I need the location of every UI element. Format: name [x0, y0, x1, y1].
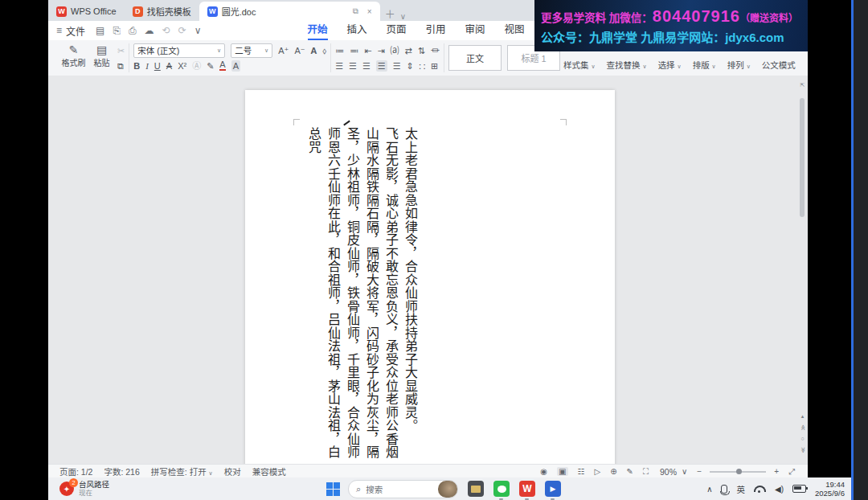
word-count[interactable]: 字数: 216 [104, 465, 139, 477]
select-button[interactable]: 选择 ∨ [658, 59, 682, 71]
outline-view-icon[interactable]: ☷ [578, 467, 585, 476]
copy-icon[interactable]: ⧉ [117, 60, 125, 72]
document-page[interactable]: 太上老君急急如律令，合众仙师扶持弟子大显威灵。 飞石无影，诚心弟子不敢忘恩负义，… [245, 90, 615, 464]
page-view-icon[interactable]: ▣ [557, 467, 567, 476]
zoom-chevron-icon[interactable]: ∨ [682, 467, 687, 476]
bold-icon[interactable]: B [133, 60, 140, 72]
border-icon[interactable]: ⊞ [431, 60, 438, 72]
line-spacing-icon[interactable]: ⇕ [407, 60, 414, 72]
wifi-icon[interactable] [754, 486, 766, 492]
ruler-toggle-icon[interactable]: ⇱ [799, 82, 806, 88]
tab-list-chevron-icon[interactable]: ∨ [400, 12, 406, 21]
tab-restore-icon[interactable]: ⧉ [353, 6, 358, 16]
tab-docer-templates[interactable]: D 找稻壳模板 [125, 2, 199, 21]
char-scale-icon[interactable]: ⒜ [391, 45, 399, 56]
text-direction-icon[interactable]: ⇄ [405, 45, 412, 56]
file-menu[interactable]: 文件 [66, 24, 85, 38]
tray-chevron-icon[interactable]: ∧ [706, 485, 712, 494]
battery-icon[interactable] [792, 485, 806, 493]
sort-icon[interactable]: ⇅ [418, 45, 425, 56]
save-icon[interactable]: ▤ [96, 25, 104, 36]
tab-review[interactable]: 审阅 [465, 21, 485, 40]
weather-widget[interactable]: ✦ 2 台风路径 现在 [59, 481, 109, 497]
eye-protect-icon[interactable]: ◉ [540, 467, 547, 476]
edit-mode-icon[interactable]: ✎ [627, 467, 633, 476]
redo-icon[interactable]: ⟳ [178, 25, 186, 36]
new-tab-button[interactable]: ＋ [385, 6, 395, 21]
highlighter-icon[interactable]: ✎ [207, 60, 214, 72]
justify-icon[interactable]: ☰ [376, 60, 387, 72]
official-doc-mode-button[interactable]: 公文模式 [762, 59, 796, 71]
microphone-icon[interactable] [721, 485, 727, 494]
scrollbar-thumb[interactable] [800, 98, 805, 217]
zoom-level[interactable]: 90% [660, 467, 677, 477]
browse-object-icon[interactable]: ○ [799, 436, 806, 441]
taskbar-search[interactable]: ⌕ 搜索 [348, 480, 458, 498]
clear-format-icon[interactable]: ⬨ [322, 45, 326, 56]
quickbar-chevron-icon[interactable]: ∨ [194, 25, 202, 36]
typeset-button[interactable]: 排版 ∨ [693, 59, 716, 71]
wechat-icon[interactable] [493, 481, 510, 497]
font-size-select[interactable]: 二号 ∨ [231, 43, 272, 58]
increase-font-icon[interactable]: A⁺ [278, 45, 289, 56]
tab-reference[interactable]: 引用 [426, 21, 446, 40]
zoom-out-icon[interactable]: − [697, 467, 702, 476]
circle-char-icon[interactable]: Ⓐ [192, 60, 201, 72]
web-view-icon[interactable]: ⊕ [610, 467, 616, 476]
paste-button[interactable]: ▤ 粘贴 [88, 40, 116, 76]
decrease-indent-icon[interactable]: ⇤ [364, 45, 371, 56]
format-painter-button[interactable]: ✎ 格式刷 [59, 40, 88, 76]
tab-document[interactable]: W 圆光.doc ⧉ × [199, 2, 380, 21]
show-marks-icon[interactable]: ⏛ [431, 45, 440, 56]
cut-icon[interactable]: ✂ [117, 45, 125, 56]
fit-page-icon[interactable]: ⤢ [788, 467, 795, 477]
document-text[interactable]: 太上老君急急如律令，合众仙师扶持弟子大显威灵。 飞石无影，诚心弟子不敢忘恩负义，… [304, 127, 420, 464]
wps-taskbar-icon[interactable]: W [519, 481, 535, 497]
char-shading-icon[interactable]: A [231, 60, 240, 72]
font-color-icon[interactable]: A [219, 60, 225, 71]
number-list-icon[interactable]: ≕ [350, 45, 358, 56]
bullet-list-icon[interactable]: ≔ [335, 45, 344, 56]
text-effect-icon[interactable]: 𝐀 [311, 45, 317, 56]
tab-page[interactable]: 页面 [387, 21, 407, 40]
superscript-icon[interactable]: X² [178, 60, 186, 72]
align-center-icon[interactable]: ☰ [349, 60, 357, 72]
ime-indicator[interactable]: 英 [736, 483, 745, 495]
export-icon[interactable]: ⎘ [113, 25, 121, 36]
vertical-scrollbar[interactable]: ⇱ ▴ ≪ ○ ≫ [799, 77, 806, 464]
style-set-button[interactable]: 样式集 ∨ [563, 59, 596, 71]
decrease-font-icon[interactable]: A⁻ [294, 45, 305, 56]
cloud-sync-icon[interactable]: ☁ [145, 25, 154, 36]
spellcheck-status[interactable]: 拼写检查: 打开 ∨ [151, 465, 213, 477]
align-right-icon[interactable]: ☰ [362, 60, 371, 72]
media-player-icon[interactable]: ▶ [545, 481, 561, 497]
file-explorer-icon[interactable] [468, 481, 484, 497]
find-replace-button[interactable]: 查找替换 ∨ [607, 59, 647, 71]
align-left-icon[interactable]: ☰ [335, 60, 343, 72]
tab-insert[interactable]: 插入 [347, 21, 367, 40]
zoom-in-icon[interactable]: + [774, 467, 779, 476]
proofread-button[interactable]: 校对 [224, 465, 241, 477]
page-indicator[interactable]: 页面: 1/2 [59, 465, 92, 477]
style-normal[interactable]: 正文 [448, 45, 502, 71]
hamburger-icon[interactable]: ≡ [56, 25, 62, 36]
scroll-up-icon[interactable]: ▴ [799, 413, 806, 420]
clock[interactable]: 19:44 2025/9/6 [815, 480, 845, 498]
focus-mode-icon[interactable]: ⛶ [643, 467, 649, 477]
start-button[interactable] [326, 482, 340, 496]
strikethrough-icon[interactable]: A [166, 60, 172, 72]
next-page-icon[interactable]: ≫ [800, 447, 806, 454]
tab-view[interactable]: 视图 [505, 21, 525, 40]
italic-icon[interactable]: I [145, 60, 149, 72]
zoom-slider-knob[interactable] [736, 469, 742, 474]
distribute-icon[interactable]: ☰ [393, 60, 401, 72]
tab-start[interactable]: 开始 [308, 21, 328, 40]
volume-icon[interactable]: ◀) [775, 485, 784, 494]
read-mode-icon[interactable]: ▷ [594, 467, 600, 476]
tab-close-icon[interactable]: × [367, 7, 372, 16]
increase-indent-icon[interactable]: ⇥ [377, 45, 384, 56]
previous-page-icon[interactable]: ≪ [800, 424, 806, 432]
para-shading-icon[interactable]: ⸬ [420, 60, 425, 72]
print-icon[interactable]: ⎙ [129, 25, 137, 36]
zoom-slider[interactable] [710, 471, 766, 473]
